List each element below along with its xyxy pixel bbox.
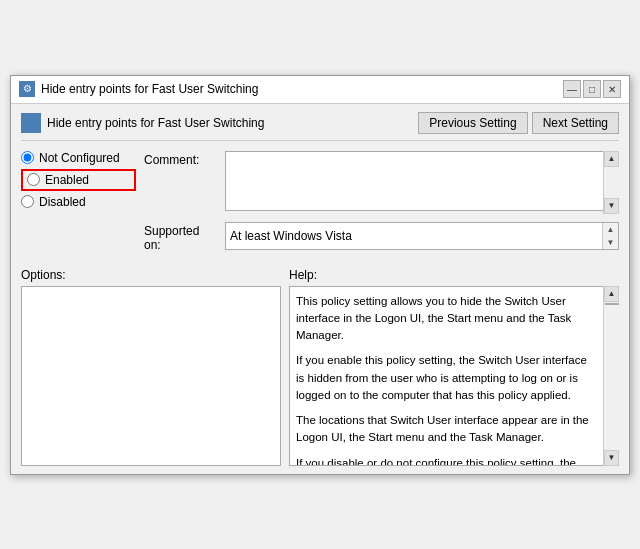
help-scroll-thumb[interactable] (605, 303, 619, 305)
content-area: Hide entry points for Fast User Switchin… (11, 104, 629, 474)
supported-on-scrollbar: ▲ ▼ (602, 223, 618, 249)
comment-label: Comment: (144, 151, 219, 167)
help-paragraph-4: If you disable or do not configure this … (296, 455, 598, 466)
comment-scrollbar: ▲ ▼ (603, 151, 619, 214)
enabled-option[interactable]: Enabled (21, 169, 136, 191)
supported-on-scroll-down[interactable]: ▼ (603, 236, 618, 249)
supported-on-value-box: At least Windows Vista ▲ ▼ (225, 222, 619, 250)
header-title-row: Hide entry points for Fast User Switchin… (21, 113, 264, 133)
options-panel: Options: (21, 268, 281, 466)
comment-scroll-up[interactable]: ▲ (604, 151, 619, 167)
header-icon (21, 113, 41, 133)
left-panel: Not Configured Enabled Disabled (21, 151, 136, 260)
disabled-label: Disabled (39, 195, 86, 209)
disabled-radio[interactable] (21, 195, 34, 208)
help-box-wrapper: This policy setting allows you to hide t… (289, 286, 619, 466)
options-box (21, 286, 281, 466)
disabled-option[interactable]: Disabled (21, 195, 136, 209)
help-paragraph-3: The locations that Switch User interface… (296, 412, 598, 447)
header-row: Hide entry points for Fast User Switchin… (21, 112, 619, 141)
comment-scroll-down[interactable]: ▼ (604, 198, 619, 214)
window-icon: ⚙ (19, 81, 35, 97)
not-configured-option[interactable]: Not Configured (21, 151, 136, 165)
window-controls: — □ ✕ (563, 80, 621, 98)
help-title: Help: (289, 268, 619, 282)
previous-setting-button[interactable]: Previous Setting (418, 112, 527, 134)
title-bar: ⚙ Hide entry points for Fast User Switch… (11, 76, 629, 104)
help-scroll-down[interactable]: ▼ (604, 450, 619, 466)
minimize-button[interactable]: — (563, 80, 581, 98)
window-title: Hide entry points for Fast User Switchin… (41, 82, 258, 96)
title-bar-left: ⚙ Hide entry points for Fast User Switch… (19, 81, 258, 97)
right-panel: Comment: ▲ ▼ Supported on: At least (144, 151, 619, 260)
options-title: Options: (21, 268, 281, 282)
main-body: Not Configured Enabled Disabled Comm (21, 151, 619, 260)
dialog-title: Hide entry points for Fast User Switchin… (47, 116, 264, 130)
not-configured-label: Not Configured (39, 151, 120, 165)
not-configured-radio[interactable] (21, 151, 34, 164)
enabled-label: Enabled (45, 173, 89, 187)
comment-field-wrapper: ▲ ▼ (225, 151, 619, 214)
help-scroll-track (604, 302, 620, 450)
supported-on-scroll-up[interactable]: ▲ (603, 223, 618, 236)
comment-row: Comment: ▲ ▼ (144, 151, 619, 214)
header-buttons: Previous Setting Next Setting (418, 112, 619, 134)
supported-on-row: Supported on: At least Windows Vista ▲ ▼ (144, 222, 619, 252)
help-box: This policy setting allows you to hide t… (289, 286, 619, 466)
help-paragraph-2: If you enable this policy setting, the S… (296, 352, 598, 404)
supported-on-label: Supported on: (144, 222, 219, 252)
help-scroll-up[interactable]: ▲ (604, 286, 619, 302)
comment-textarea[interactable] (225, 151, 619, 211)
help-paragraph-1: This policy setting allows you to hide t… (296, 293, 598, 345)
maximize-button[interactable]: □ (583, 80, 601, 98)
next-setting-button[interactable]: Next Setting (532, 112, 619, 134)
main-window: ⚙ Hide entry points for Fast User Switch… (10, 75, 630, 475)
bottom-section: Options: Help: This policy setting allow… (21, 268, 619, 466)
supported-on-value: At least Windows Vista (230, 229, 370, 243)
help-panel: Help: This policy setting allows you to … (289, 268, 619, 466)
radio-group: Not Configured Enabled Disabled (21, 151, 136, 209)
enabled-radio[interactable] (27, 173, 40, 186)
close-button[interactable]: ✕ (603, 80, 621, 98)
help-scrollbar: ▲ ▼ (603, 286, 619, 466)
